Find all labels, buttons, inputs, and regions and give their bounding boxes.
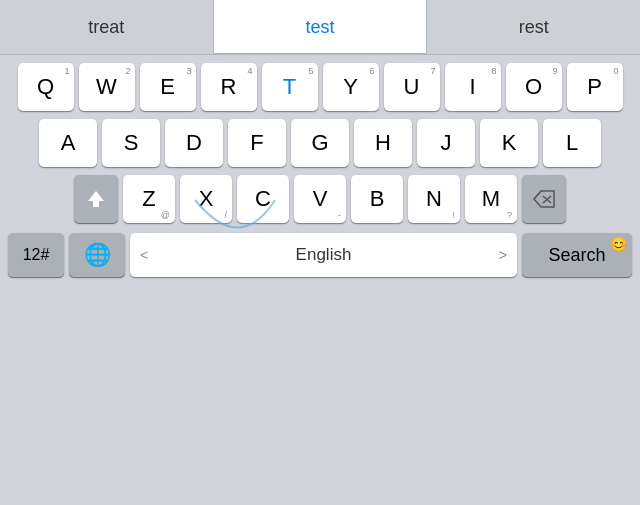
key-search[interactable]: 😊 Search	[522, 233, 632, 277]
key-O[interactable]: 9O	[506, 63, 562, 111]
autocomplete-treat[interactable]: treat	[0, 0, 214, 54]
key-R[interactable]: 4R	[201, 63, 257, 111]
globe-icon: 🌐	[84, 242, 111, 268]
key-P[interactable]: 0P	[567, 63, 623, 111]
key-K[interactable]: K	[480, 119, 538, 167]
key-H[interactable]: H	[354, 119, 412, 167]
key-Y[interactable]: 6Y	[323, 63, 379, 111]
language-label: English	[296, 245, 352, 265]
space-left-arrow: <	[140, 247, 148, 263]
key-globe[interactable]: 🌐	[69, 233, 125, 277]
key-space[interactable]: < English >	[130, 233, 517, 277]
space-right-arrow: >	[499, 247, 507, 263]
key-X[interactable]: /X	[180, 175, 232, 223]
key-E[interactable]: 3E	[140, 63, 196, 111]
key-U[interactable]: 7U	[384, 63, 440, 111]
key-N[interactable]: !N	[408, 175, 460, 223]
autocomplete-rest[interactable]: rest	[427, 0, 640, 54]
key-C[interactable]: C	[237, 175, 289, 223]
key-D[interactable]: D	[165, 119, 223, 167]
key-S[interactable]: S	[102, 119, 160, 167]
key-shift[interactable]	[74, 175, 118, 223]
keyboard-row-3: @Z /X C -V B !N ?M	[4, 175, 636, 223]
key-I[interactable]: 8I	[445, 63, 501, 111]
search-emoji: 😊	[610, 236, 627, 252]
key-G[interactable]: G	[291, 119, 349, 167]
keyboard-area: 1Q 2W 3E 4R 5T 6Y 7U 8I 9O 0P A S D F G …	[0, 55, 640, 287]
key-W[interactable]: 2W	[79, 63, 135, 111]
key-V[interactable]: -V	[294, 175, 346, 223]
key-numbers[interactable]: 12#	[8, 233, 64, 277]
key-Q[interactable]: 1Q	[18, 63, 74, 111]
key-T[interactable]: 5T	[262, 63, 318, 111]
key-M[interactable]: ?M	[465, 175, 517, 223]
key-F[interactable]: F	[228, 119, 286, 167]
key-L[interactable]: L	[543, 119, 601, 167]
keyboard-bottom-bar: 12# 🌐 < English > 😊 Search	[4, 231, 636, 283]
key-backspace[interactable]	[522, 175, 566, 223]
svg-marker-0	[88, 191, 104, 207]
key-Z[interactable]: @Z	[123, 175, 175, 223]
keyboard: 1Q 2W 3E 4R 5T 6Y 7U 8I 9O 0P A S D F G …	[0, 55, 640, 287]
key-A[interactable]: A	[39, 119, 97, 167]
keyboard-row-2: A S D F G H J K L	[4, 119, 636, 167]
keyboard-row-1: 1Q 2W 3E 4R 5T 6Y 7U 8I 9O 0P	[4, 63, 636, 111]
key-B[interactable]: B	[351, 175, 403, 223]
autocomplete-bar: treat test rest	[0, 0, 640, 55]
autocomplete-test[interactable]: test	[214, 0, 428, 54]
key-J[interactable]: J	[417, 119, 475, 167]
